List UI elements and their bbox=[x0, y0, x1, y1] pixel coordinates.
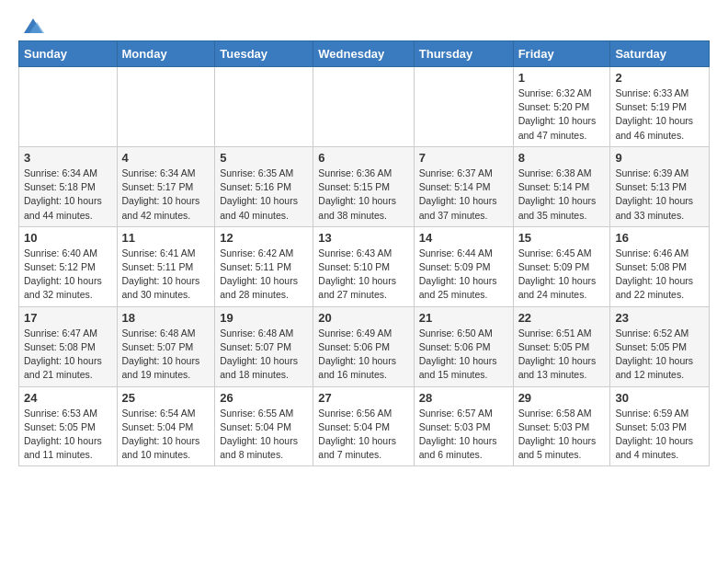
day-number: 10 bbox=[24, 231, 112, 245]
day-number: 12 bbox=[220, 231, 308, 245]
day-info: Sunrise: 6:39 AM Sunset: 5:13 PM Dayligh… bbox=[615, 167, 704, 223]
day-info: Sunrise: 6:41 AM Sunset: 5:11 PM Dayligh… bbox=[122, 247, 210, 303]
calendar-cell bbox=[313, 67, 414, 147]
day-info: Sunrise: 6:34 AM Sunset: 5:17 PM Dayligh… bbox=[122, 167, 210, 223]
calendar-cell bbox=[19, 67, 118, 147]
day-info: Sunrise: 6:53 AM Sunset: 5:05 PM Dayligh… bbox=[24, 407, 112, 463]
calendar-cell: 16Sunrise: 6:46 AM Sunset: 5:08 PM Dayli… bbox=[610, 226, 710, 306]
day-info: Sunrise: 6:42 AM Sunset: 5:11 PM Dayligh… bbox=[220, 247, 308, 303]
calendar-week-row: 1Sunrise: 6:32 AM Sunset: 5:20 PM Daylig… bbox=[19, 67, 710, 147]
calendar: SundayMondayTuesdayWednesdayThursdayFrid… bbox=[18, 40, 710, 466]
calendar-cell: 13Sunrise: 6:43 AM Sunset: 5:10 PM Dayli… bbox=[313, 226, 414, 306]
calendar-cell: 21Sunrise: 6:50 AM Sunset: 5:06 PM Dayli… bbox=[414, 306, 513, 386]
day-number: 7 bbox=[419, 151, 508, 165]
day-number: 23 bbox=[615, 311, 704, 325]
page: SundayMondayTuesdayWednesdayThursdayFrid… bbox=[0, 0, 728, 476]
day-info: Sunrise: 6:51 AM Sunset: 5:05 PM Dayligh… bbox=[518, 327, 606, 383]
day-info: Sunrise: 6:48 AM Sunset: 5:07 PM Dayligh… bbox=[220, 327, 308, 383]
calendar-cell: 4Sunrise: 6:34 AM Sunset: 5:17 PM Daylig… bbox=[117, 146, 215, 226]
calendar-cell: 20Sunrise: 6:49 AM Sunset: 5:06 PM Dayli… bbox=[313, 306, 414, 386]
day-info: Sunrise: 6:35 AM Sunset: 5:16 PM Dayligh… bbox=[220, 167, 308, 223]
day-number: 13 bbox=[318, 231, 408, 245]
calendar-cell: 7Sunrise: 6:37 AM Sunset: 5:14 PM Daylig… bbox=[414, 146, 513, 226]
day-number: 6 bbox=[318, 151, 408, 165]
calendar-cell: 8Sunrise: 6:38 AM Sunset: 5:14 PM Daylig… bbox=[513, 146, 610, 226]
calendar-cell bbox=[117, 67, 215, 147]
calendar-cell: 5Sunrise: 6:35 AM Sunset: 5:16 PM Daylig… bbox=[215, 146, 313, 226]
calendar-cell: 24Sunrise: 6:53 AM Sunset: 5:05 PM Dayli… bbox=[19, 386, 118, 466]
day-info: Sunrise: 6:49 AM Sunset: 5:06 PM Dayligh… bbox=[318, 327, 408, 383]
day-number: 20 bbox=[318, 311, 408, 325]
day-info: Sunrise: 6:33 AM Sunset: 5:19 PM Dayligh… bbox=[615, 86, 704, 143]
calendar-week-row: 10Sunrise: 6:40 AM Sunset: 5:12 PM Dayli… bbox=[19, 226, 710, 306]
day-number: 26 bbox=[220, 391, 308, 405]
day-number: 28 bbox=[419, 391, 508, 405]
day-info: Sunrise: 6:37 AM Sunset: 5:14 PM Dayligh… bbox=[419, 167, 508, 223]
day-info: Sunrise: 6:34 AM Sunset: 5:18 PM Dayligh… bbox=[24, 167, 112, 223]
calendar-cell: 6Sunrise: 6:36 AM Sunset: 5:15 PM Daylig… bbox=[313, 146, 414, 226]
calendar-header-row: SundayMondayTuesdayWednesdayThursdayFrid… bbox=[19, 41, 710, 67]
day-number: 5 bbox=[220, 151, 308, 165]
calendar-cell: 25Sunrise: 6:54 AM Sunset: 5:04 PM Dayli… bbox=[117, 386, 215, 466]
calendar-week-row: 3Sunrise: 6:34 AM Sunset: 5:18 PM Daylig… bbox=[19, 146, 710, 226]
day-number: 16 bbox=[615, 231, 704, 245]
day-number: 27 bbox=[318, 391, 408, 405]
weekday-header: Saturday bbox=[610, 41, 710, 67]
day-number: 19 bbox=[220, 311, 308, 325]
day-info: Sunrise: 6:54 AM Sunset: 5:04 PM Dayligh… bbox=[122, 407, 210, 463]
day-info: Sunrise: 6:50 AM Sunset: 5:06 PM Dayligh… bbox=[419, 327, 508, 383]
day-number: 3 bbox=[24, 151, 112, 165]
day-number: 24 bbox=[24, 391, 112, 405]
calendar-cell: 2Sunrise: 6:33 AM Sunset: 5:19 PM Daylig… bbox=[610, 67, 710, 147]
day-info: Sunrise: 6:46 AM Sunset: 5:08 PM Dayligh… bbox=[615, 247, 704, 303]
day-number: 15 bbox=[518, 231, 606, 245]
day-number: 18 bbox=[122, 311, 210, 325]
header bbox=[18, 15, 710, 31]
weekday-header: Monday bbox=[117, 41, 215, 67]
calendar-cell bbox=[414, 67, 513, 147]
day-info: Sunrise: 6:47 AM Sunset: 5:08 PM Dayligh… bbox=[24, 327, 112, 383]
day-info: Sunrise: 6:56 AM Sunset: 5:04 PM Dayligh… bbox=[318, 407, 408, 463]
calendar-cell: 1Sunrise: 6:32 AM Sunset: 5:20 PM Daylig… bbox=[513, 67, 610, 147]
calendar-week-row: 17Sunrise: 6:47 AM Sunset: 5:08 PM Dayli… bbox=[19, 306, 710, 386]
day-number: 21 bbox=[419, 311, 508, 325]
day-info: Sunrise: 6:58 AM Sunset: 5:03 PM Dayligh… bbox=[518, 407, 606, 463]
calendar-cell: 15Sunrise: 6:45 AM Sunset: 5:09 PM Dayli… bbox=[513, 226, 610, 306]
day-number: 25 bbox=[122, 391, 210, 405]
day-info: Sunrise: 6:32 AM Sunset: 5:20 PM Dayligh… bbox=[518, 86, 606, 143]
calendar-cell: 10Sunrise: 6:40 AM Sunset: 5:12 PM Dayli… bbox=[19, 226, 118, 306]
calendar-cell: 19Sunrise: 6:48 AM Sunset: 5:07 PM Dayli… bbox=[215, 306, 313, 386]
day-number: 14 bbox=[419, 231, 508, 245]
day-info: Sunrise: 6:36 AM Sunset: 5:15 PM Dayligh… bbox=[318, 167, 408, 223]
day-info: Sunrise: 6:48 AM Sunset: 5:07 PM Dayligh… bbox=[122, 327, 210, 383]
day-info: Sunrise: 6:43 AM Sunset: 5:10 PM Dayligh… bbox=[318, 247, 408, 303]
calendar-cell: 11Sunrise: 6:41 AM Sunset: 5:11 PM Dayli… bbox=[117, 226, 215, 306]
weekday-header: Sunday bbox=[19, 41, 118, 67]
calendar-week-row: 24Sunrise: 6:53 AM Sunset: 5:05 PM Dayli… bbox=[19, 386, 710, 466]
day-number: 4 bbox=[122, 151, 210, 165]
day-number: 11 bbox=[122, 231, 210, 245]
calendar-cell: 26Sunrise: 6:55 AM Sunset: 5:04 PM Dayli… bbox=[215, 386, 313, 466]
calendar-cell: 30Sunrise: 6:59 AM Sunset: 5:03 PM Dayli… bbox=[610, 386, 710, 466]
logo bbox=[18, 15, 46, 31]
day-number: 30 bbox=[615, 391, 704, 405]
weekday-header: Friday bbox=[513, 41, 610, 67]
calendar-cell: 9Sunrise: 6:39 AM Sunset: 5:13 PM Daylig… bbox=[610, 146, 710, 226]
day-number: 22 bbox=[518, 311, 606, 325]
day-number: 1 bbox=[518, 71, 606, 85]
calendar-cell: 28Sunrise: 6:57 AM Sunset: 5:03 PM Dayli… bbox=[414, 386, 513, 466]
day-info: Sunrise: 6:40 AM Sunset: 5:12 PM Dayligh… bbox=[24, 247, 112, 303]
calendar-cell: 18Sunrise: 6:48 AM Sunset: 5:07 PM Dayli… bbox=[117, 306, 215, 386]
weekday-header: Wednesday bbox=[313, 41, 414, 67]
day-info: Sunrise: 6:38 AM Sunset: 5:14 PM Dayligh… bbox=[518, 167, 606, 223]
calendar-cell: 27Sunrise: 6:56 AM Sunset: 5:04 PM Dayli… bbox=[313, 386, 414, 466]
weekday-header: Tuesday bbox=[215, 41, 313, 67]
calendar-cell: 14Sunrise: 6:44 AM Sunset: 5:09 PM Dayli… bbox=[414, 226, 513, 306]
day-number: 8 bbox=[518, 151, 606, 165]
day-info: Sunrise: 6:59 AM Sunset: 5:03 PM Dayligh… bbox=[615, 407, 704, 463]
logo-icon bbox=[20, 15, 46, 35]
calendar-cell: 29Sunrise: 6:58 AM Sunset: 5:03 PM Dayli… bbox=[513, 386, 610, 466]
calendar-cell: 3Sunrise: 6:34 AM Sunset: 5:18 PM Daylig… bbox=[19, 146, 118, 226]
weekday-header: Thursday bbox=[414, 41, 513, 67]
day-info: Sunrise: 6:55 AM Sunset: 5:04 PM Dayligh… bbox=[220, 407, 308, 463]
